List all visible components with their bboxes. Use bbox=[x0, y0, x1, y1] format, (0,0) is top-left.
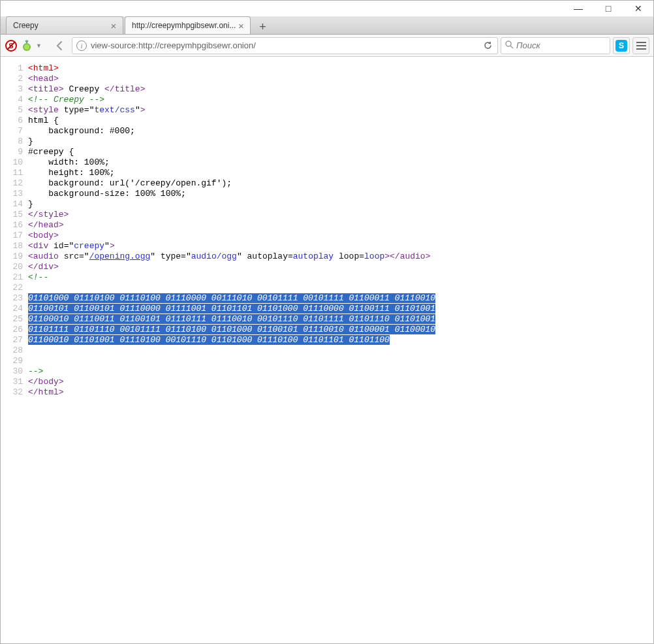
source-code[interactable]: </head> bbox=[28, 220, 64, 231]
source-code[interactable]: 01100010 01110011 01100101 01110111 0111… bbox=[28, 314, 435, 325]
line-number: 11 bbox=[1, 168, 28, 178]
source-code[interactable]: <div id="creepy"> bbox=[28, 241, 115, 251]
source-code[interactable]: </div> bbox=[28, 262, 59, 272]
source-line[interactable]: 2<head> bbox=[1, 74, 653, 84]
source-line[interactable]: 7 background: #000; bbox=[1, 126, 653, 137]
source-code[interactable]: <!-- bbox=[28, 272, 48, 283]
source-code[interactable]: <html> bbox=[28, 63, 59, 74]
line-number: 8 bbox=[1, 137, 28, 147]
source-code[interactable]: } bbox=[28, 137, 33, 147]
browser-tab[interactable]: Creepy × bbox=[6, 16, 123, 34]
source-code[interactable]: </style> bbox=[28, 210, 69, 220]
source-line[interactable]: 2601101111 01101110 00101111 01110100 01… bbox=[1, 325, 653, 335]
search-box[interactable] bbox=[501, 37, 610, 54]
source-code[interactable]: 01100010 01101001 01110100 00101110 0110… bbox=[28, 335, 390, 346]
source-line[interactable]: 16</head> bbox=[1, 220, 653, 231]
source-line[interactable]: 31</body> bbox=[1, 377, 653, 387]
source-code[interactable]: background: #000; bbox=[28, 126, 135, 137]
line-number: 5 bbox=[1, 105, 28, 116]
view-source-content[interactable]: 1<html>2<head>3<title> Creepy </title>4<… bbox=[1, 57, 653, 644]
line-number: 27 bbox=[1, 335, 28, 346]
source-line[interactable]: 4<!-- Creepy --> bbox=[1, 95, 653, 105]
window-close-button[interactable]: ✕ bbox=[623, 1, 653, 16]
source-code[interactable]: 01101111 01101110 00101111 01110100 0110… bbox=[28, 325, 435, 335]
source-line[interactable]: 13 background-size: 100% 100%; bbox=[1, 189, 653, 199]
source-line[interactable]: 21<!-- bbox=[1, 272, 653, 283]
search-input[interactable] bbox=[516, 40, 627, 50]
source-line[interactable]: 12 background: url('/creepy/open.gif'); bbox=[1, 178, 653, 189]
source-code[interactable]: } bbox=[28, 199, 33, 210]
source-line[interactable]: 2301101000 01110100 01110100 01110000 00… bbox=[1, 293, 653, 304]
line-number: 32 bbox=[1, 387, 28, 398]
tab-title: Creepy bbox=[13, 21, 108, 30]
source-line[interactable]: 19<audio src="/opening.ogg" type="audio/… bbox=[1, 251, 653, 262]
source-code[interactable]: </body> bbox=[28, 377, 64, 387]
onion-icon[interactable] bbox=[20, 39, 33, 52]
source-code[interactable]: <body> bbox=[28, 231, 59, 241]
reload-icon[interactable] bbox=[482, 40, 493, 52]
line-number: 13 bbox=[1, 189, 28, 199]
source-line[interactable]: 30--> bbox=[1, 366, 653, 377]
source-line[interactable]: 15</style> bbox=[1, 210, 653, 220]
source-line[interactable]: 17<body> bbox=[1, 231, 653, 241]
source-code[interactable]: 01100101 01100101 01110000 01111001 0110… bbox=[28, 304, 435, 314]
line-number: 31 bbox=[1, 377, 28, 387]
source-code[interactable]: <head> bbox=[28, 74, 59, 84]
line-number: 1 bbox=[1, 63, 28, 74]
source-code[interactable]: <style type="text/css"> bbox=[28, 105, 146, 116]
line-number: 2 bbox=[1, 74, 28, 84]
line-number: 19 bbox=[1, 251, 28, 262]
source-line[interactable]: 29 bbox=[1, 356, 653, 366]
line-number: 22 bbox=[1, 283, 28, 293]
address-bar[interactable]: i view-source:http://creepymhpgibsewr.on… bbox=[72, 37, 498, 54]
skype-extension-button[interactable]: S bbox=[613, 37, 630, 54]
source-code[interactable]: background-size: 100% 100%; bbox=[28, 189, 186, 199]
source-line[interactable]: 2701100010 01101001 01110100 00101110 01… bbox=[1, 335, 653, 346]
close-icon[interactable]: × bbox=[108, 20, 119, 31]
source-code[interactable]: html { bbox=[28, 116, 59, 126]
line-number: 12 bbox=[1, 178, 28, 189]
browser-tab-active[interactable]: http://creepymhpgibsewr.oni... × bbox=[125, 16, 251, 34]
source-line[interactable]: 9#creepy { bbox=[1, 147, 653, 157]
source-code[interactable]: width: 100%; bbox=[28, 157, 110, 168]
noscript-icon[interactable]: S bbox=[5, 39, 18, 52]
line-number: 24 bbox=[1, 304, 28, 314]
toolbar: S ▼ i view-source:http://creepymhpgibsew… bbox=[1, 35, 653, 57]
source-code[interactable]: --> bbox=[28, 366, 43, 377]
new-tab-button[interactable]: + bbox=[255, 20, 270, 34]
source-line[interactable]: 20</div> bbox=[1, 262, 653, 272]
source-line[interactable]: 2501100010 01110011 01100101 01110111 01… bbox=[1, 314, 653, 325]
source-code[interactable]: #creepy { bbox=[28, 147, 74, 157]
source-code[interactable]: <audio src="/opening.ogg" type="audio/og… bbox=[28, 251, 430, 262]
line-number: 16 bbox=[1, 220, 28, 231]
source-line[interactable]: 5<style type="text/css"> bbox=[1, 105, 653, 116]
source-line[interactable]: 22 bbox=[1, 283, 653, 293]
hamburger-icon bbox=[636, 42, 646, 50]
source-line[interactable]: 10 width: 100%; bbox=[1, 157, 653, 168]
source-line[interactable]: 14} bbox=[1, 199, 653, 210]
dropdown-icon[interactable]: ▼ bbox=[36, 42, 42, 49]
source-line[interactable]: 1<html> bbox=[1, 63, 653, 74]
back-button[interactable] bbox=[51, 37, 69, 55]
window-maximize-button[interactable]: □ bbox=[593, 1, 623, 16]
source-line[interactable]: 8} bbox=[1, 137, 653, 147]
menu-button[interactable] bbox=[632, 37, 649, 54]
source-code[interactable]: background: url('/creepy/open.gif'); bbox=[28, 178, 232, 189]
window-titlebar: — □ ✕ bbox=[1, 1, 653, 16]
source-line[interactable]: 2401100101 01100101 01110000 01111001 01… bbox=[1, 304, 653, 314]
line-number: 15 bbox=[1, 210, 28, 220]
source-line[interactable]: 28 bbox=[1, 346, 653, 356]
source-line[interactable]: 18<div id="creepy"> bbox=[1, 241, 653, 251]
close-icon[interactable]: × bbox=[236, 20, 246, 31]
source-line[interactable]: 3<title> Creepy </title> bbox=[1, 84, 653, 95]
site-info-icon[interactable]: i bbox=[76, 40, 87, 51]
source-line[interactable]: 6html { bbox=[1, 116, 653, 126]
source-code[interactable]: <!-- Creepy --> bbox=[28, 95, 104, 105]
source-code[interactable]: </html> bbox=[28, 387, 64, 398]
source-code[interactable]: <title> Creepy </title> bbox=[28, 84, 145, 95]
source-code[interactable]: height: 100%; bbox=[28, 168, 115, 178]
source-line[interactable]: 11 height: 100%; bbox=[1, 168, 653, 178]
window-minimize-button[interactable]: — bbox=[563, 1, 593, 16]
source-line[interactable]: 32</html> bbox=[1, 387, 653, 398]
source-code[interactable]: 01101000 01110100 01110100 01110000 0011… bbox=[28, 293, 435, 304]
